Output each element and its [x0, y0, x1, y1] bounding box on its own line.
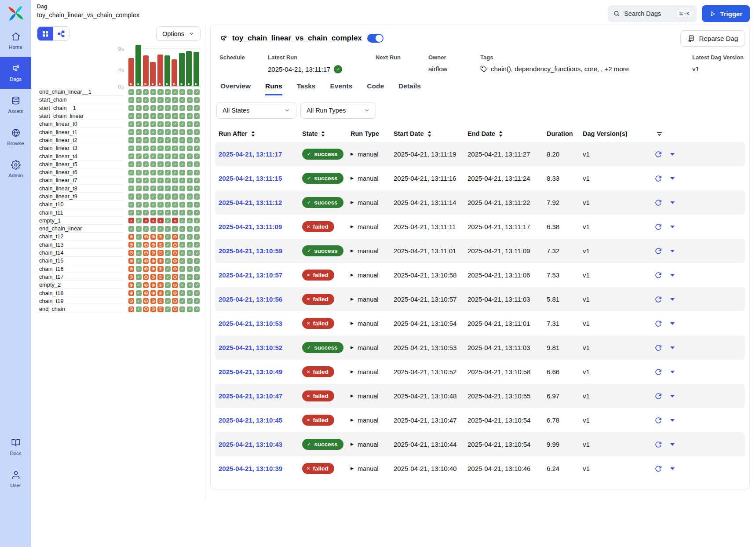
run-actions-caret-icon[interactable] [670, 226, 675, 228]
task-instance-square[interactable]: ✓ [128, 210, 134, 215]
state-badge[interactable]: ✓success [302, 342, 343, 353]
task-instance-square[interactable]: ✓ [150, 178, 156, 183]
run-after-link[interactable]: 2025-04-21, 13:11:17 [219, 150, 282, 158]
task-instance-square[interactable]: ✓ [143, 202, 149, 208]
task-instance-square[interactable]: ✓ [172, 178, 178, 183]
task-instance-square[interactable]: ✓ [165, 226, 171, 232]
task-instance-square[interactable]: ✓ [194, 234, 200, 240]
task-instance-square[interactable]: ✓ [136, 153, 142, 159]
state-badge[interactable]: ×failed [302, 415, 334, 426]
task-instance-square[interactable] [157, 306, 163, 312]
task-instance-square[interactable]: ✓ [165, 186, 171, 191]
run-duration-bar[interactable]: ▶ [186, 51, 192, 86]
sort-icon[interactable] [251, 131, 255, 137]
task-instance-square[interactable]: ✓ [187, 234, 193, 240]
task-instance-square[interactable]: ✓ [143, 161, 149, 167]
task-instance-square[interactable]: ✓ [179, 274, 185, 280]
task-instance-square[interactable]: × [143, 218, 149, 223]
retry-run-icon[interactable] [655, 465, 662, 472]
task-instance-square[interactable]: ✓ [187, 202, 193, 208]
task-instance-square[interactable]: ✓ [179, 170, 185, 175]
task-instance-square[interactable] [172, 282, 178, 288]
task-instance-square[interactable]: ✓ [150, 193, 156, 199]
task-instance-square[interactable]: ✓ [165, 274, 171, 280]
task-instance-square[interactable]: ✓ [136, 186, 142, 191]
task-instance-square[interactable]: ✓ [157, 161, 163, 167]
task-instance-square[interactable]: ✓ [165, 146, 171, 151]
task-instance-square[interactable] [157, 258, 163, 264]
airflow-logo[interactable] [0, 0, 31, 25]
retry-run-icon[interactable] [655, 296, 662, 303]
task-instance-square[interactable] [157, 250, 163, 255]
task-instance-square[interactable]: ✓ [165, 234, 171, 240]
task-instance-square[interactable]: ✓ [179, 113, 185, 119]
task-instance-square[interactable]: ✓ [194, 121, 200, 127]
task-instance-square[interactable]: ✓ [187, 210, 193, 215]
sidebar-item-assets[interactable]: Assets [0, 89, 31, 121]
task-instance-square[interactable]: ✓ [172, 97, 178, 103]
task-instance-square[interactable] [157, 298, 163, 304]
task-instance-square[interactable] [157, 234, 163, 240]
task-instance-square[interactable]: ✓ [194, 274, 200, 280]
task-instance-square[interactable] [143, 306, 149, 312]
task-instance-square[interactable]: ✓ [157, 97, 163, 103]
task-instance-square[interactable]: ✓ [172, 193, 178, 199]
task-instance-square[interactable] [128, 258, 134, 264]
run-after-link[interactable]: 2025-04-21, 13:10:57 [219, 271, 282, 279]
task-instance-square[interactable]: ✓ [165, 210, 171, 215]
task-instance-square[interactable]: ✓ [179, 266, 185, 272]
task-instance-square[interactable]: ✓ [194, 137, 200, 143]
tab-details[interactable]: Details [398, 82, 421, 95]
task-instance-square[interactable]: ✓ [172, 121, 178, 127]
run-actions-caret-icon[interactable] [670, 371, 675, 373]
task-instance-square[interactable]: ✓ [143, 121, 149, 127]
task-instance-square[interactable]: ✓ [165, 161, 171, 167]
state-badge[interactable]: ✓success [302, 197, 343, 208]
task-instance-square[interactable]: ✓ [165, 306, 171, 312]
task-instance-square[interactable]: ✓ [165, 218, 171, 223]
task-instance-square[interactable] [150, 298, 156, 304]
task-instance-square[interactable]: ✓ [172, 161, 178, 167]
task-instance-square[interactable]: ✓ [179, 242, 185, 248]
task-instance-square[interactable]: ✓ [187, 146, 193, 151]
task-instance-square[interactable]: ✓ [179, 250, 185, 255]
task-instance-square[interactable]: × [150, 218, 156, 223]
task-instance-square[interactable]: ✓ [179, 306, 185, 312]
task-instance-square[interactable] [143, 282, 149, 288]
task-instance-square[interactable]: ✓ [136, 89, 142, 95]
task-instance-square[interactable]: ✓ [157, 210, 163, 215]
task-instance-square[interactable]: ✓ [187, 242, 193, 248]
run-actions-caret-icon[interactable] [670, 467, 675, 470]
run-duration-bar[interactable]: ▶ [164, 55, 170, 86]
task-instance-square[interactable]: ✓ [143, 97, 149, 103]
run-after-link[interactable]: 2025-04-21, 13:10:45 [219, 416, 282, 424]
run-duration-bar[interactable]: ▶ [179, 53, 185, 86]
task-instance-square[interactable]: ✓ [179, 121, 185, 127]
task-instance-square[interactable]: ✓ [157, 178, 163, 183]
task-instance-square[interactable]: ✓ [136, 178, 142, 183]
task-instance-square[interactable]: ✓ [136, 105, 142, 111]
task-instance-square[interactable]: ✓ [165, 193, 171, 199]
task-instance-square[interactable]: ✓ [187, 105, 193, 111]
state-badge[interactable]: ✓success [302, 149, 343, 160]
task-instance-square[interactable]: ✓ [194, 202, 200, 208]
task-instance-square[interactable] [150, 258, 156, 264]
task-instance-square[interactable]: ✓ [128, 137, 134, 143]
task-instance-square[interactable]: ✓ [172, 210, 178, 215]
run-actions-caret-icon[interactable] [670, 395, 675, 397]
task-instance-square[interactable]: ✓ [143, 226, 149, 232]
task-instance-square[interactable]: ✓ [128, 226, 134, 232]
state-badge[interactable]: ×failed [302, 294, 334, 305]
task-instance-square[interactable] [128, 266, 134, 272]
task-name[interactable]: chain_t10 [37, 201, 124, 208]
task-instance-square[interactable]: ✓ [172, 226, 178, 232]
task-instance-square[interactable]: ✓ [150, 186, 156, 191]
task-instance-square[interactable]: ✓ [187, 186, 193, 191]
run-actions-caret-icon[interactable] [670, 298, 675, 301]
task-instance-square[interactable]: ✓ [128, 113, 134, 119]
task-instance-square[interactable] [143, 274, 149, 280]
task-name[interactable]: end_chain [37, 305, 124, 313]
task-instance-square[interactable]: ✓ [143, 105, 149, 111]
retry-run-icon[interactable] [655, 417, 662, 424]
task-instance-square[interactable] [150, 234, 156, 240]
